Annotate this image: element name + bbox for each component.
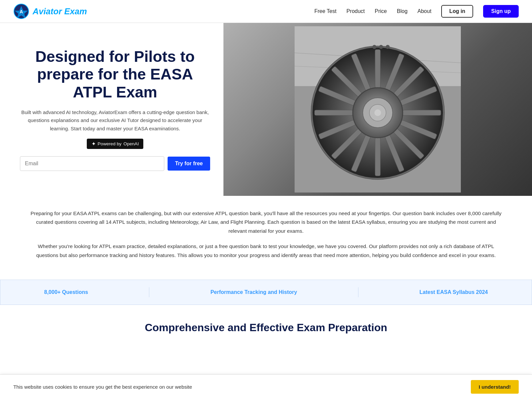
svg-point-31 xyxy=(379,45,383,49)
hero-content: Designed for Pilots to prepare for the E… xyxy=(0,23,223,196)
hero-image xyxy=(223,23,532,196)
svg-point-30 xyxy=(372,45,376,49)
section-heading: Comprehensive and Effective Exam Prepara… xyxy=(0,305,532,340)
nav-about[interactable]: About xyxy=(418,8,432,14)
try-free-button[interactable]: Try for free xyxy=(168,157,210,171)
navbar: A Aviator Exam Free Test Product Price B… xyxy=(0,0,532,23)
openai-icon: ✦ xyxy=(91,141,96,147)
logo-text: Aviator Exam xyxy=(33,7,87,16)
svg-point-32 xyxy=(386,45,390,49)
stat-questions: 8,000+ Questions xyxy=(44,289,88,295)
description-paragraph-2: Whether you're looking for ATPL exam pra… xyxy=(27,242,505,260)
signup-button[interactable]: Sign up xyxy=(483,5,519,18)
powered-label: Powered by xyxy=(98,141,122,146)
svg-text:A: A xyxy=(20,9,23,14)
nav-links: Free Test Product Price Blog About Log i… xyxy=(315,5,519,18)
hero-form: Try for free xyxy=(20,156,210,171)
nav-price[interactable]: Price xyxy=(375,8,387,14)
stat-divider-2 xyxy=(358,287,358,297)
email-input[interactable] xyxy=(20,156,164,171)
stat-syllabus: Latest EASA Syllabus 2024 xyxy=(419,289,488,295)
logo-link[interactable]: A Aviator Exam xyxy=(13,3,87,19)
jet-engine-svg xyxy=(295,26,461,193)
powered-brand: OpenAI xyxy=(123,141,139,146)
hero-section: Designed for Pilots to prepare for the E… xyxy=(0,23,532,196)
stats-bar: 8,000+ Questions Performance Tracking an… xyxy=(0,280,532,305)
stat-divider-1 xyxy=(149,287,149,297)
description-section: Preparing for your EASA ATPL exams can b… xyxy=(0,196,532,280)
powered-badge: ✦ Powered by OpenAI xyxy=(87,139,144,149)
nav-product[interactable]: Product xyxy=(346,8,365,14)
description-paragraph-1: Preparing for your EASA ATPL exams can b… xyxy=(27,209,505,235)
svg-point-28 xyxy=(374,109,381,116)
svg-rect-13 xyxy=(403,110,441,115)
logo-icon: A xyxy=(13,3,29,19)
nav-blog[interactable]: Blog xyxy=(397,8,408,14)
hero-heading: Designed for Pilots to prepare for the E… xyxy=(20,48,210,101)
stat-performance: Performance Tracking and History xyxy=(210,289,297,295)
svg-rect-9 xyxy=(375,50,380,88)
hero-subtext: Built with advanced AI technology, Aviat… xyxy=(20,108,210,133)
nav-free-test[interactable]: Free Test xyxy=(315,8,336,14)
login-button[interactable]: Log in xyxy=(441,5,473,18)
svg-rect-17 xyxy=(375,138,380,176)
hero-image-placeholder xyxy=(223,23,532,196)
svg-rect-21 xyxy=(315,110,353,115)
